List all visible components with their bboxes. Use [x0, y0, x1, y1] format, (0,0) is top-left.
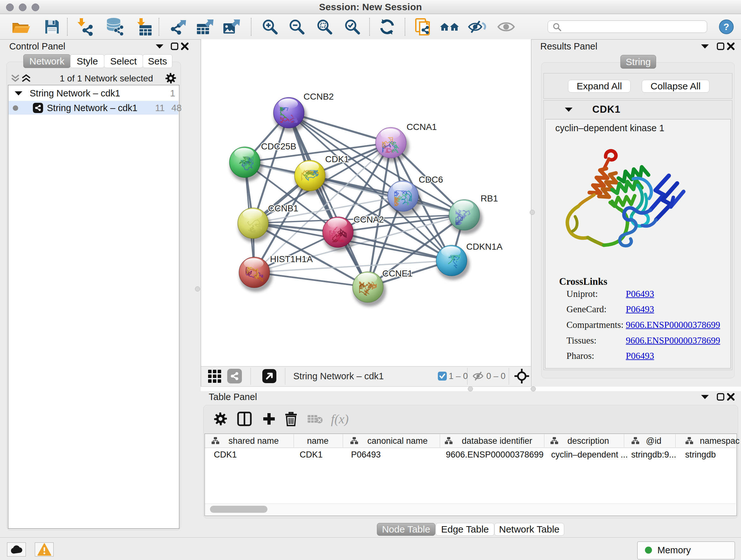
- svg-text:CCNE1: CCNE1: [382, 268, 413, 278]
- svg-text:CCNA1: CCNA1: [407, 122, 437, 132]
- svg-text:CCNA2: CCNA2: [354, 214, 384, 225]
- svg-text:CDC25B: CDC25B: [261, 141, 296, 151]
- svg-text:CDC6: CDC6: [419, 175, 443, 185]
- svg-text:?: ?: [724, 21, 729, 32]
- svg-text:CCNB2: CCNB2: [304, 91, 334, 102]
- svg-text:CCNB1: CCNB1: [268, 203, 298, 213]
- svg-text:CDK1: CDK1: [325, 154, 349, 164]
- svg-text:HIST1H1A: HIST1H1A: [270, 254, 313, 264]
- svg-text:CDKN1A: CDKN1A: [466, 242, 502, 252]
- svg-text:RB1: RB1: [481, 193, 498, 203]
